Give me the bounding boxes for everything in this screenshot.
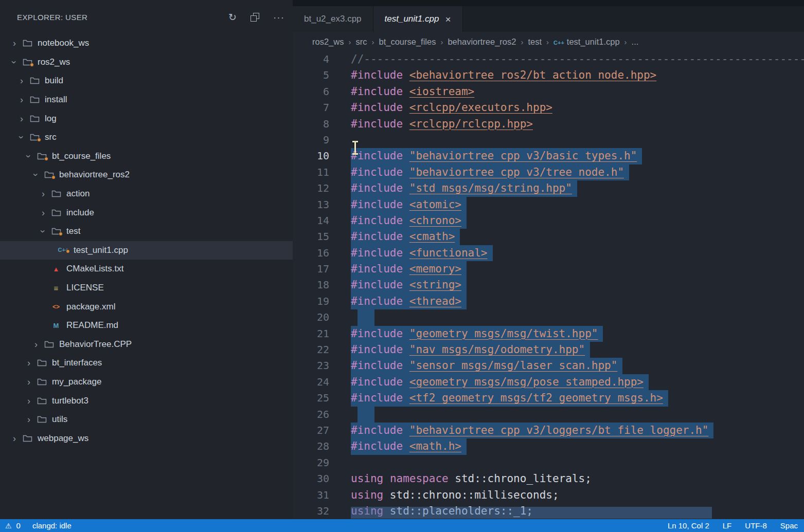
tree-item-my_package[interactable]: ›my_package bbox=[0, 373, 293, 392]
breadcrumb-item[interactable]: test bbox=[528, 37, 542, 47]
chevron-down-icon[interactable]: › bbox=[39, 225, 48, 237]
tree-item-bt_interfaces[interactable]: ›bt_interfaces bbox=[0, 354, 293, 373]
line-content: #include "behaviortree_cpp_v3/loggers/bt… bbox=[351, 423, 713, 438]
chevron-down-icon[interactable]: › bbox=[17, 131, 26, 143]
clangd-status[interactable]: clangd: idle bbox=[32, 521, 72, 530]
code-line-7[interactable]: 7#include <rclcpp/executors.hpp> bbox=[293, 100, 804, 116]
code-line-26[interactable]: 26 bbox=[293, 407, 804, 423]
tree-item-BehaviorTree.CPP[interactable]: ›BehaviorTree.CPP bbox=[0, 335, 293, 354]
code-line-17[interactable]: 17#include <memory> bbox=[293, 261, 804, 277]
tree-item-behaviortree_ros2[interactable]: ›behaviortree_ros2 bbox=[0, 166, 293, 185]
chevron-right-icon[interactable]: › bbox=[15, 76, 28, 85]
chevron-right-icon[interactable]: › bbox=[23, 396, 35, 406]
tree-item-CMakeLists.txt[interactable]: ▲CMakeLists.txt bbox=[0, 260, 293, 279]
tree-item-log[interactable]: ›log bbox=[0, 109, 293, 128]
code-line-12[interactable]: 12#include "std_msgs/msg/string.hpp" bbox=[293, 180, 804, 196]
explorer-header: EXPLORER: USER ↻ ··· bbox=[0, 0, 293, 34]
tree-item-include[interactable]: ›include bbox=[0, 203, 293, 222]
chevron-right-icon[interactable]: › bbox=[37, 189, 49, 198]
code-line-18[interactable]: 18#include <string> bbox=[293, 277, 804, 293]
refresh-icon[interactable]: ↻ bbox=[228, 12, 237, 22]
tree-item-package.xml[interactable]: <>package.xml bbox=[0, 297, 293, 316]
breadcrumb-item[interactable]: behaviortree_ros2 bbox=[448, 37, 516, 47]
token-inc: <tf2_geometry_msgs/tf2_geometry_msgs.h> bbox=[409, 392, 663, 404]
code-line-11[interactable]: 11#include "behaviortree_cpp_v3/tree_nod… bbox=[293, 164, 804, 180]
chevron-right-icon[interactable]: › bbox=[8, 39, 21, 48]
close-icon[interactable]: × bbox=[445, 14, 451, 24]
chevron-right-icon[interactable]: › bbox=[15, 95, 28, 104]
chevron-right-icon[interactable]: › bbox=[15, 114, 28, 123]
tree-item-LICENSE[interactable]: ≡LICENSE bbox=[0, 279, 293, 298]
problems-count[interactable]: 0 bbox=[16, 521, 21, 530]
line-number: 30 bbox=[293, 471, 329, 487]
code-line-25[interactable]: 25#include <tf2_geometry_msgs/tf2_geomet… bbox=[293, 390, 804, 406]
chevron-right-icon[interactable]: › bbox=[23, 377, 35, 387]
code-line-10[interactable]: 10#include "behaviortree_cpp_v3/basic_ty… bbox=[293, 148, 804, 164]
warning-icon[interactable]: ⚠ bbox=[5, 522, 12, 530]
breadcrumb-item[interactable]: ros2_ws bbox=[312, 37, 344, 47]
code-line-24[interactable]: 24#include <geometry_msgs/msg/pose_stamp… bbox=[293, 374, 804, 390]
tree-item-test[interactable]: ›test bbox=[0, 222, 293, 241]
code-line-23[interactable]: 23#include "sensor_msgs/msg/laser_scan.h… bbox=[293, 358, 804, 374]
code-line-15[interactable]: 15#include <cmath> bbox=[293, 229, 804, 245]
chevron-right-icon[interactable]: › bbox=[8, 434, 21, 443]
tree-item-webpage_ws[interactable]: ›webpage_ws bbox=[0, 429, 293, 448]
line-number: 22 bbox=[293, 342, 329, 358]
chevron-right-icon[interactable]: › bbox=[30, 340, 42, 349]
tree-item-build[interactable]: ›build bbox=[0, 71, 293, 90]
tree-item-turtlebot3[interactable]: ›turtlebot3 bbox=[0, 391, 293, 410]
collapse-editors-icon[interactable] bbox=[251, 13, 259, 22]
chevron-right-icon[interactable]: › bbox=[23, 358, 35, 368]
code-line-30[interactable]: 30using namespace std::chrono_literals; bbox=[293, 471, 804, 487]
breadcrumb-item[interactable]: src bbox=[355, 37, 367, 47]
tab-bt_u2_ex3[interactable]: bt_u2_ex3.cpp bbox=[293, 6, 373, 32]
tab-test_unit1[interactable]: test_unit1.cpp × bbox=[373, 6, 463, 32]
breadcrumb-item[interactable]: bt_course_files bbox=[379, 37, 436, 47]
code-line-6[interactable]: 6#include <iostream> bbox=[293, 84, 804, 100]
code-line-5[interactable]: 5#include <behaviortree_ros2/bt_action_n… bbox=[293, 67, 804, 83]
code-line-29[interactable]: 29 bbox=[293, 455, 804, 471]
chevron-down-icon[interactable]: › bbox=[31, 169, 41, 181]
code-line-28[interactable]: 28#include <math.h> bbox=[293, 438, 804, 454]
tree-item-utils[interactable]: ›utils bbox=[0, 410, 293, 429]
more-actions-icon[interactable]: ··· bbox=[273, 12, 284, 22]
horizontal-scrollbar[interactable] bbox=[351, 507, 712, 519]
code-line-22[interactable]: 22#include "nav_msgs/msg/odometry.hpp" bbox=[293, 342, 804, 358]
tree-item-bt_course_files[interactable]: ›bt_course_files bbox=[0, 147, 293, 166]
tree-item-test_unit1.cpp[interactable]: C++test_unit1.cpp bbox=[0, 241, 293, 260]
tree-item-notebook_ws[interactable]: ›notebook_ws bbox=[0, 34, 293, 53]
chevron-down-icon[interactable]: › bbox=[10, 56, 19, 68]
token-plain: std::chrono_literals; bbox=[449, 472, 592, 485]
breadcrumb-item[interactable]: ... bbox=[632, 37, 639, 47]
encoding-indicator[interactable]: UTF-8 bbox=[745, 521, 767, 530]
code-line-14[interactable]: 14#include <chrono> bbox=[293, 213, 804, 229]
gutter-gap bbox=[329, 84, 351, 100]
indent-indicator[interactable]: Spac bbox=[780, 521, 798, 530]
tree-item-ros2_ws[interactable]: ›ros2_ws bbox=[0, 53, 293, 72]
breadcrumb-item-file[interactable]: C++test_unit1.cpp bbox=[553, 37, 620, 47]
code-line-9[interactable]: 9 bbox=[293, 132, 804, 148]
line-number: 12 bbox=[293, 180, 329, 196]
chevron-down-icon[interactable]: › bbox=[24, 150, 33, 162]
gutter-gap bbox=[329, 164, 351, 180]
code-line-31[interactable]: 31using std::chrono::milliseconds; bbox=[293, 487, 804, 503]
code-line-16[interactable]: 16#include <functional> bbox=[293, 245, 804, 261]
tree-item-src[interactable]: ›src bbox=[0, 128, 293, 147]
token-directive: #include bbox=[351, 376, 409, 388]
tree-item-README.md[interactable]: MREADME.md bbox=[0, 316, 293, 335]
chevron-right-icon[interactable]: › bbox=[37, 208, 49, 217]
code-editor[interactable]: 4//-------------------------------------… bbox=[293, 51, 804, 519]
code-line-21[interactable]: 21#include "geometry_msgs/msg/twist.hpp" bbox=[293, 326, 804, 342]
code-line-4[interactable]: 4//-------------------------------------… bbox=[293, 51, 804, 67]
tree-item-install[interactable]: ›install bbox=[0, 90, 293, 109]
code-line-8[interactable]: 8#include <rclcpp/rclcpp.hpp> bbox=[293, 116, 804, 132]
eol-indicator[interactable]: LF bbox=[723, 521, 732, 530]
tree-item-action[interactable]: ›action bbox=[0, 185, 293, 204]
code-line-19[interactable]: 19#include <thread> bbox=[293, 293, 804, 309]
cursor-position[interactable]: Ln 10, Col 2 bbox=[668, 521, 709, 530]
code-line-27[interactable]: 27#include "behaviortree_cpp_v3/loggers/… bbox=[293, 423, 804, 438]
gutter-gap bbox=[329, 67, 351, 83]
code-line-13[interactable]: 13#include <atomic> bbox=[293, 197, 804, 213]
chevron-right-icon[interactable]: › bbox=[23, 415, 35, 424]
code-line-20[interactable]: 20 bbox=[293, 309, 804, 325]
